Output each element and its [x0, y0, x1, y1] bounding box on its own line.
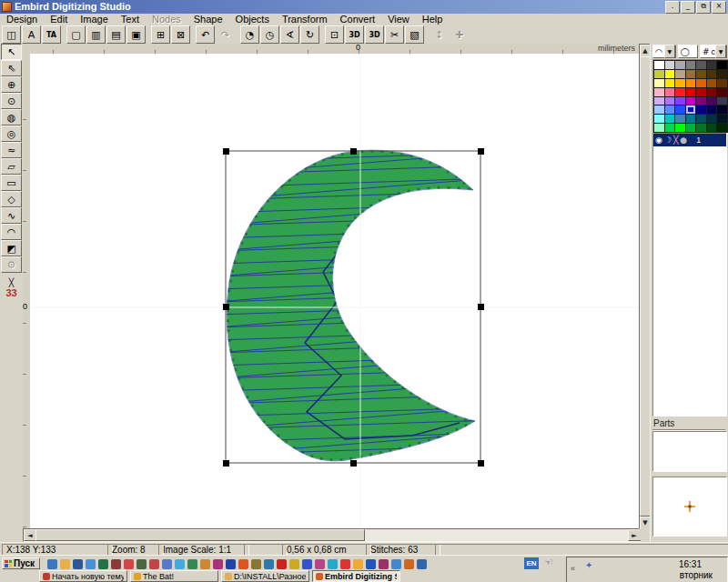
- quicklaunch-icon[interactable]: [226, 559, 236, 569]
- selection-handle[interactable]: [223, 460, 229, 467]
- stitch-mode-combo[interactable]: #c▼: [700, 45, 727, 58]
- zigzag-tool[interactable]: ∿: [1, 207, 22, 224]
- quicklaunch-icon[interactable]: [47, 559, 57, 569]
- arc-tool[interactable]: ◠: [1, 224, 22, 240]
- palette-color[interactable]: [686, 97, 696, 105]
- quicklaunch-icon[interactable]: [289, 559, 299, 569]
- palette-color[interactable]: [717, 124, 727, 132]
- select-tool[interactable]: ↖: [1, 44, 22, 60]
- palette-color[interactable]: [654, 115, 664, 123]
- quicklaunch-icon[interactable]: [379, 559, 389, 569]
- hand-icon[interactable]: ☜: [544, 557, 553, 568]
- palette-color[interactable]: [654, 97, 664, 105]
- palette-color[interactable]: [707, 79, 717, 87]
- taskbar-window-button[interactable]: Начать новую тему :: В...: [39, 570, 127, 582]
- menu-transform[interactable]: Transform: [276, 14, 334, 25]
- quicklaunch-icon[interactable]: [86, 559, 96, 569]
- palette-color[interactable]: [665, 79, 675, 87]
- palette-color[interactable]: [717, 97, 727, 105]
- quicklaunch-icon[interactable]: [277, 559, 287, 569]
- rotate-button[interactable]: ↻: [300, 25, 319, 44]
- quicklaunch-icon[interactable]: [187, 559, 197, 569]
- palette-color[interactable]: [696, 61, 706, 69]
- palette-color[interactable]: [654, 61, 664, 69]
- curve-style-combo[interactable]: ◠▼: [652, 45, 676, 58]
- quicklaunch-icon[interactable]: [213, 559, 223, 569]
- taskbar-window-button[interactable]: D:\INSTALL\Разное\Embird: [221, 570, 309, 582]
- angle-button[interactable]: ∢: [280, 25, 299, 44]
- palette-color[interactable]: [675, 70, 685, 78]
- palette-color[interactable]: [665, 97, 675, 105]
- quicklaunch-icon[interactable]: [328, 559, 338, 569]
- paste-button[interactable]: ⊠: [171, 25, 190, 44]
- palette-color[interactable]: [654, 88, 664, 96]
- palette-color[interactable]: [717, 88, 727, 96]
- palette-color[interactable]: [686, 105, 696, 114]
- close-button[interactable]: ×: [712, 1, 726, 14]
- menu-edit[interactable]: Edit: [44, 14, 74, 25]
- palette-color[interactable]: [696, 70, 706, 78]
- palette-color[interactable]: [665, 88, 675, 96]
- palette-color[interactable]: [654, 70, 664, 78]
- merge-button[interactable]: ▤: [106, 25, 126, 44]
- quicklaunch-icon[interactable]: [264, 559, 274, 569]
- palette-color[interactable]: [654, 79, 664, 87]
- minimize-button[interactable]: _: [681, 1, 695, 14]
- stitch-edit-button[interactable]: ✂: [385, 25, 404, 44]
- undo-button[interactable]: ↶: [196, 25, 215, 44]
- quicklaunch-icon[interactable]: [417, 559, 427, 569]
- language-indicator[interactable]: EN: [524, 557, 539, 569]
- quicklaunch-icon[interactable]: [98, 559, 108, 569]
- menu-view[interactable]: View: [381, 14, 416, 25]
- column-tool[interactable]: ▱: [1, 158, 22, 175]
- open-button[interactable]: ▥: [86, 25, 106, 44]
- palette-color[interactable]: [707, 115, 717, 123]
- menu-design[interactable]: Design: [0, 14, 44, 25]
- region-outline-tool[interactable]: ◇: [1, 191, 22, 207]
- fill-hole-tool[interactable]: ◎: [1, 125, 22, 142]
- palette-color[interactable]: [686, 124, 696, 132]
- palette-color[interactable]: [665, 124, 675, 132]
- hoop-button[interactable]: ◯: [678, 45, 698, 58]
- fill-region-tool[interactable]: ◍: [1, 109, 22, 125]
- copy-button[interactable]: ⊞: [151, 25, 170, 44]
- hoop-window-button[interactable]: ⊡: [325, 25, 344, 44]
- palette-color[interactable]: [654, 124, 664, 132]
- palette-color[interactable]: [707, 124, 717, 132]
- eye-icon[interactable]: ◉: [655, 135, 662, 145]
- compass-button[interactable]: ◔: [240, 25, 259, 44]
- quicklaunch-icon[interactable]: [73, 559, 83, 569]
- palette-color[interactable]: [686, 61, 696, 69]
- palette-color[interactable]: [717, 115, 727, 123]
- crescent-object[interactable]: [227, 150, 475, 461]
- quicklaunch-icon[interactable]: [404, 559, 414, 569]
- palette-color[interactable]: [707, 105, 717, 114]
- palette-color[interactable]: [675, 115, 685, 123]
- restore-button[interactable]: ⧉: [696, 1, 711, 14]
- palette-color[interactable]: [707, 61, 717, 69]
- lettering-button[interactable]: A: [22, 25, 41, 44]
- quicklaunch-icon[interactable]: [315, 559, 325, 569]
- palette-color[interactable]: [707, 88, 717, 96]
- palette-color[interactable]: [665, 105, 675, 114]
- quicklaunch-icon[interactable]: [111, 559, 121, 569]
- design-canvas[interactable]: [30, 54, 639, 528]
- palette-color[interactable]: [665, 70, 675, 78]
- quicklaunch-icon[interactable]: [366, 559, 376, 569]
- menu-convert[interactable]: Convert: [334, 14, 382, 25]
- start-button[interactable]: Пуск: [2, 557, 40, 569]
- palette-color[interactable]: [675, 88, 685, 96]
- palette-color[interactable]: [665, 115, 675, 123]
- new-button[interactable]: ▢: [66, 25, 86, 44]
- selection-handle[interactable]: [478, 304, 484, 310]
- taskbar-window-button[interactable]: Embird Digitizing Stud...: [312, 570, 400, 582]
- palette-color[interactable]: [707, 70, 717, 78]
- zoom-tool[interactable]: ⊕: [1, 76, 22, 93]
- window-extra-button[interactable]: .: [665, 1, 680, 14]
- palette-color[interactable]: [654, 105, 664, 114]
- palette-color[interactable]: [696, 79, 706, 87]
- palette-color[interactable]: [686, 88, 696, 96]
- outline-tool[interactable]: ▭: [1, 175, 22, 191]
- node-edit-tool[interactable]: ⇖: [1, 60, 22, 76]
- quicklaunch-icon[interactable]: [175, 559, 185, 569]
